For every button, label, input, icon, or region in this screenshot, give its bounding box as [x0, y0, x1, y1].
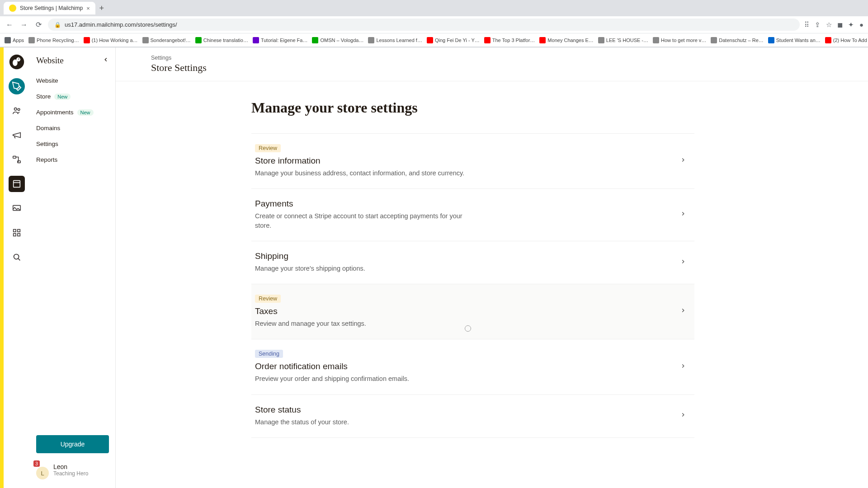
bookmark-favicon-icon: [427, 37, 433, 43]
new-tab-button[interactable]: +: [95, 2, 108, 14]
chevron-right-icon: [680, 210, 686, 219]
settings-list: ReviewStore informationManage your busin…: [251, 133, 694, 438]
content: Settings Store Settings Manage your stor…: [116, 47, 868, 488]
rail-search-icon[interactable]: [9, 249, 25, 265]
bookmark-item[interactable]: Apps: [5, 37, 24, 43]
settings-card-store-information[interactable]: ReviewStore informationManage your busin…: [251, 133, 694, 188]
sidebar-item-domains[interactable]: Domains: [30, 120, 115, 136]
bookmark-favicon-icon: [598, 37, 604, 43]
bookmark-item[interactable]: (2) How To Add A…: [825, 37, 868, 43]
star-icon[interactable]: ☆: [826, 21, 832, 29]
chevron-right-icon: [680, 258, 686, 267]
settings-card-payments[interactable]: PaymentsCreate or connect a Stripe accou…: [251, 188, 694, 241]
sidebar-item-website[interactable]: Website: [30, 73, 115, 89]
bookmark-item[interactable]: Money Changes E…: [539, 37, 594, 43]
bookmark-item[interactable]: OMSN – Vologda…: [312, 37, 363, 43]
address-bar[interactable]: 🔒 us17.admin.mailchimp.com/stores/settin…: [48, 19, 800, 31]
sidebar-item-label: Website: [36, 77, 58, 84]
bookmark-item[interactable]: Lessons Learned f…: [368, 37, 422, 43]
bookmark-item[interactable]: Qing Fei De Yi - Y…: [427, 37, 480, 43]
status-badge: Review: [255, 144, 281, 152]
rail-campaigns-icon[interactable]: [9, 127, 25, 143]
bookmark-item[interactable]: (1) How Working a…: [84, 37, 138, 43]
bookmark-item[interactable]: Tutorial: Eigene Fa…: [253, 37, 308, 43]
sidebar-item-appointments[interactable]: AppointmentsNew: [30, 104, 115, 120]
browser-toolbar: ← → ⟳ 🔒 us17.admin.mailchimp.com/stores/…: [0, 16, 868, 33]
bookmark-favicon-icon: [5, 37, 11, 43]
sidebar-item-label: Reports: [36, 156, 57, 163]
settings-card-shipping[interactable]: ShippingManage your store's shipping opt…: [251, 241, 694, 284]
svg-point-15: [14, 254, 19, 259]
bookmark-item[interactable]: How to get more v…: [653, 37, 706, 43]
bookmark-item[interactable]: LEE 'S HOUSE -…: [598, 37, 648, 43]
rail-create-icon[interactable]: [9, 78, 25, 94]
bookmark-favicon-icon: [195, 37, 202, 43]
settings-card-store-status[interactable]: Store statusManage the status of your st…: [251, 394, 694, 438]
upgrade-button[interactable]: Upgrade: [36, 435, 109, 453]
bookmark-label: (2) How To Add A…: [833, 38, 868, 43]
url-text: us17.admin.mailchimp.com/stores/settings…: [65, 21, 177, 28]
rail-automations-icon[interactable]: [9, 151, 25, 168]
bookmark-item[interactable]: The Top 3 Platfor…: [484, 37, 535, 43]
bookmark-item[interactable]: Datenschutz – Re…: [711, 37, 763, 43]
bookmark-label: Student Wants an…: [776, 38, 821, 43]
user-block[interactable]: 3 L Leon Teaching Hero: [30, 460, 115, 483]
app: Website WebsiteStoreNewAppointmentsNewDo…: [0, 47, 868, 488]
mailchimp-logo-icon[interactable]: [9, 54, 25, 70]
card-body: ReviewTaxesReview and manage your tax se…: [255, 294, 680, 328]
card-description: Manage the status of your store.: [255, 418, 472, 427]
breadcrumb[interactable]: Settings: [151, 55, 868, 61]
new-badge: New: [77, 109, 94, 116]
chevron-right-icon: [680, 411, 686, 420]
rail-audience-icon[interactable]: [9, 103, 25, 119]
bookmark-item[interactable]: Student Wants an…: [768, 37, 821, 43]
svg-point-2: [16, 57, 20, 61]
bookmark-item[interactable]: Phone Recycling…: [28, 37, 79, 43]
status-badge: Sending: [255, 350, 283, 358]
sidebar-item-label: Settings: [36, 141, 58, 147]
bookmark-label: Sonderangebot!…: [151, 38, 191, 43]
rail-integrations-icon[interactable]: [9, 225, 25, 241]
sidebar-item-settings[interactable]: Settings: [30, 136, 115, 152]
bookmark-favicon-icon: [484, 37, 491, 43]
settings-card-order-notification-emails[interactable]: SendingOrder notification emailsPreview …: [251, 339, 694, 394]
browser-tab[interactable]: Store Settings | Mailchimp ×: [4, 2, 95, 14]
ext-icon[interactable]: ✦: [848, 21, 854, 29]
card-body: Store statusManage the status of your st…: [255, 405, 680, 427]
card-title: Payments: [255, 199, 680, 209]
chevron-right-icon: [680, 306, 686, 316]
reload-icon[interactable]: ⟳: [33, 20, 43, 29]
profile-icon[interactable]: ●: [859, 21, 863, 29]
content-header: Settings Store Settings: [116, 47, 868, 81]
svg-point-5: [18, 108, 20, 111]
rail-website-icon[interactable]: [9, 176, 25, 192]
share-icon[interactable]: ⇪: [815, 21, 821, 29]
rail-content-icon[interactable]: [9, 200, 25, 216]
bookmark-item[interactable]: Sonderangebot!…: [142, 37, 191, 43]
card-description: Preview your order and shipping confirma…: [255, 374, 472, 383]
bookmark-item[interactable]: Chinese translatio…: [195, 37, 248, 43]
bookmark-label: Lessons Learned f…: [376, 38, 422, 43]
fb-icon[interactable]: ◼: [837, 21, 843, 29]
sidebar-item-reports[interactable]: Reports: [30, 152, 115, 168]
forward-icon[interactable]: →: [19, 21, 29, 29]
card-description: Manage your store's shipping options.: [255, 264, 472, 273]
bookmark-favicon-icon: [253, 37, 259, 43]
bookmark-label: LEE 'S HOUSE -…: [606, 38, 648, 43]
bookmark-favicon-icon: [84, 37, 90, 43]
bookmark-favicon-icon: [142, 37, 149, 43]
tab-close-icon[interactable]: ×: [86, 5, 90, 12]
back-icon[interactable]: ←: [5, 21, 14, 29]
bookmark-label: Apps: [13, 38, 24, 43]
page-heading: Manage your store settings: [251, 99, 694, 116]
settings-card-taxes[interactable]: ReviewTaxesReview and manage your tax se…: [251, 284, 694, 339]
sidebar-item-store[interactable]: StoreNew: [30, 89, 115, 104]
sidebar-item-label: Appointments: [36, 109, 74, 116]
card-body: SendingOrder notification emailsPreview …: [255, 349, 680, 383]
collapse-panel-icon[interactable]: [103, 56, 109, 65]
bookmark-favicon-icon: [312, 37, 318, 43]
user-name: Leon: [53, 463, 88, 470]
translate-icon[interactable]: ⠿: [804, 21, 809, 29]
notification-badge: 3: [33, 460, 40, 467]
bookmark-favicon-icon: [768, 37, 774, 43]
